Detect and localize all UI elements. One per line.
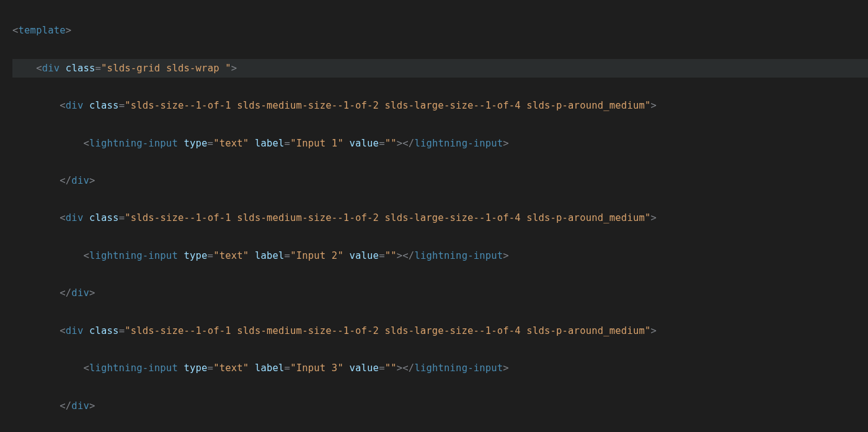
- code-line[interactable]: <lightning-input type="text" label="Inpu…: [12, 246, 868, 265]
- code-line[interactable]: </div>: [12, 284, 868, 302]
- code-line[interactable]: </div>: [12, 171, 868, 190]
- code-line[interactable]: <div class="slds-size--1-of-1 slds-mediu…: [12, 96, 868, 115]
- code-line[interactable]: <lightning-input type="text" label="Inpu…: [12, 134, 868, 153]
- code-editor[interactable]: <template> <div class="slds-grid slds-wr…: [0, 0, 868, 432]
- code-line[interactable]: <div class="slds-size--1-of-1 slds-mediu…: [12, 322, 868, 340]
- code-line[interactable]: </div>: [12, 397, 868, 415]
- attr-class: class: [66, 63, 95, 74]
- code-line[interactable]: <div class="slds-size--1-of-1 slds-mediu…: [12, 209, 868, 227]
- code-line[interactable]: <div class="slds-grid slds-wrap ">: [12, 59, 868, 78]
- class-value: "slds-grid slds-wrap ": [101, 63, 231, 74]
- code-line[interactable]: <lightning-input type="text" label="Inpu…: [12, 359, 868, 377]
- tag-template: template: [19, 25, 66, 36]
- code-line[interactable]: <template>: [12, 21, 868, 40]
- tag-div: div: [42, 63, 60, 74]
- tag-lightning-input: lightning-input: [89, 138, 178, 149]
